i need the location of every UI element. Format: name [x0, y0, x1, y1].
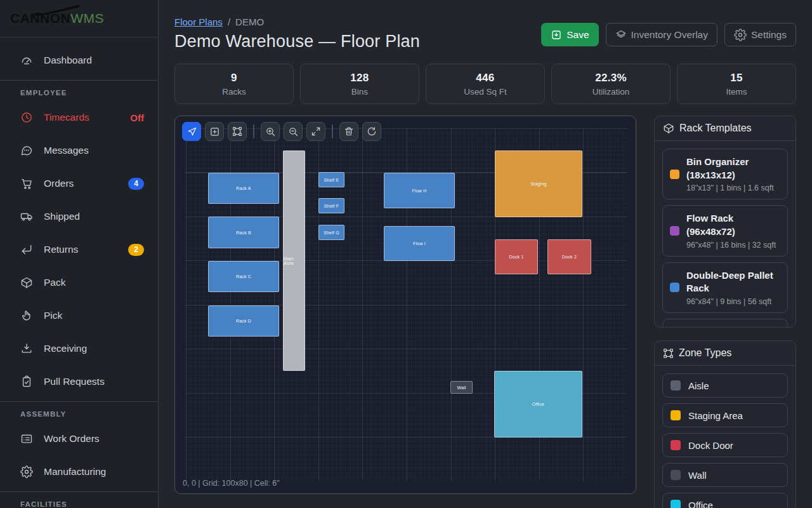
rack-templates-panel: Rack Templates Bin Organizer (18x13x12) …	[654, 116, 796, 328]
floor-element-label: Rack C	[236, 274, 251, 279]
app-window: CANNONWMS DashboardEMPLOYEE TimecardsOff…	[0, 0, 812, 508]
floor-element-rack-a[interactable]: Rack A	[208, 173, 279, 204]
sidebar-item-label: Shipped	[44, 211, 80, 222]
template-item-flow-rack-96x48x72[interactable]: Flow Rack (96x48x72) 96"x48" | 16 bins |…	[662, 205, 788, 256]
sidebar-item-label: Pick	[44, 310, 62, 321]
floor-element-shelf-f[interactable]: Shelf F	[318, 198, 344, 213]
stat-value: 9	[231, 72, 237, 84]
floor-element-dock-2[interactable]: Dock 2	[547, 239, 591, 274]
template-color-swatch	[670, 283, 679, 292]
sidebar-item-shipped[interactable]: Shipped	[0, 200, 158, 233]
stat-card-utilization: 22.3% Utilization	[551, 64, 671, 104]
add-tool-button[interactable]	[205, 122, 224, 141]
sidebar-item-returns[interactable]: Returns2	[0, 233, 158, 266]
sidebar-nav: DashboardEMPLOYEE TimecardsOff Messages …	[0, 37, 158, 508]
sidebar-item-pack[interactable]: Pack	[0, 266, 158, 299]
cannon-logo-icon	[33, 5, 82, 17]
sidebar-item-receiving[interactable]: Receiving	[0, 332, 158, 365]
template-info: Flow Rack (96x48x72) 96"x48" | 16 bins |…	[686, 212, 780, 249]
settings-button[interactable]: Settings	[724, 23, 796, 46]
inventory-overlay-button[interactable]: Inventory Overlay	[606, 23, 717, 46]
floor-element-label: Rack D	[236, 319, 251, 323]
floor-element-rack-b[interactable]: Rack B	[208, 217, 279, 248]
zone-types-list: Aisle Staging Area Dock Door Wall Office	[655, 366, 796, 508]
zone-label: Staging Area	[688, 410, 743, 421]
floor-element-office[interactable]: Office	[494, 371, 582, 438]
floor-element-staging[interactable]: Staging	[495, 150, 582, 217]
sidebar-item-label: Messages	[44, 145, 89, 156]
sidebar-item-manufacturing[interactable]: Manufacturing	[0, 455, 158, 488]
sidebar-item-pull-requests[interactable]: Pull Requests	[0, 365, 158, 398]
stat-card-racks: 9 Racks	[174, 64, 294, 104]
sidebar-item-messages[interactable]: Messages	[0, 134, 158, 167]
return-icon	[20, 243, 33, 256]
template-item-standard-pallet-rack[interactable]: Standard Pallet Rack 96"x42" | 9 bins | …	[662, 319, 788, 328]
template-specs: 18"x13" | 1 bins | 1.6 sqft	[686, 184, 780, 192]
template-info: Standard Pallet Rack 96"x42" | 9 bins | …	[686, 326, 780, 328]
zoom-in-button[interactable]	[261, 122, 280, 141]
zone-item-staging-area[interactable]: Staging Area	[662, 403, 788, 427]
zone-item-wall[interactable]: Wall	[662, 463, 788, 487]
zone-item-dock-door[interactable]: Dock Door	[662, 433, 788, 457]
sidebar-item-label: Timecards	[44, 112, 89, 123]
breadcrumb: Floor Plans / DEMO	[174, 17, 420, 27]
floor-plan-grid[interactable]: Rack ARack BRack CRack DMain AisleShelf …	[186, 128, 627, 481]
rotate-button[interactable]	[362, 122, 381, 141]
transform-tool-button[interactable]	[228, 122, 247, 141]
floor-element-label: Main Aisle	[284, 257, 304, 265]
zone-label: Dock Door	[688, 440, 733, 451]
floor-element-wall[interactable]: Wall	[450, 381, 473, 394]
template-item-bin-organizer-18x13x12[interactable]: Bin Organizer (18x13x12) 18"x13" | 1 bin…	[662, 149, 788, 199]
sidebar-item-dashboard[interactable]: Dashboard	[0, 44, 158, 77]
breadcrumb-link-floor-plans[interactable]: Floor Plans	[174, 17, 223, 27]
sidebar-item-work-orders[interactable]: Work Orders	[0, 422, 158, 455]
zoom-out-button[interactable]	[284, 122, 303, 141]
main-content: Floor Plans / DEMO Demo Warehouse — Floo…	[159, 0, 812, 508]
plus-square-icon	[209, 126, 220, 137]
box-icon	[20, 276, 33, 289]
delete-button[interactable]	[339, 122, 358, 141]
template-title: Standard Pallet Rack	[686, 326, 780, 328]
sidebar-item-label: Work Orders	[44, 433, 100, 444]
sidebar-item-orders[interactable]: Orders4	[0, 167, 158, 200]
stat-card-bins: 128 Bins	[300, 64, 419, 104]
sidebar-item-pick[interactable]: Pick	[0, 299, 158, 332]
zone-select-icon	[663, 348, 674, 359]
badge-orders: 4	[128, 178, 144, 190]
sidebar-item-label: Dashboard	[44, 55, 92, 66]
sidebar-item-timecards[interactable]: TimecardsOff	[0, 101, 158, 134]
floor-element-shelf-e[interactable]: Shelf E	[318, 172, 344, 187]
floor-element-flow-h[interactable]: Flow H	[384, 173, 455, 208]
zone-item-aisle[interactable]: Aisle	[662, 373, 788, 398]
floor-element-dock-1[interactable]: Dock 1	[495, 239, 538, 274]
stat-label: Racks	[222, 87, 246, 97]
template-item-double-deep-pallet-rack[interactable]: Double-Deep Pallet Rack 96"x84" | 9 bins…	[662, 262, 788, 313]
fit-view-button[interactable]	[306, 122, 325, 141]
zone-color-swatch	[671, 380, 681, 391]
floor-element-flow-i[interactable]: Flow I	[384, 226, 455, 261]
floor-element-rack-d[interactable]: Rack D	[208, 305, 279, 337]
stat-label: Utilization	[593, 87, 630, 97]
sidebar-item-label: Returns	[44, 244, 78, 255]
floor-element-label: Flow H	[412, 189, 427, 193]
template-info: Bin Organizer (18x13x12) 18"x13" | 1 bin…	[686, 156, 780, 192]
floor-element-label: Office	[532, 402, 544, 406]
floor-element-label: Staging	[530, 182, 546, 186]
floor-element-label: Shelf E	[324, 178, 339, 182]
floor-element-shelf-g[interactable]: Shelf G	[318, 225, 344, 240]
cart-icon	[20, 177, 33, 190]
select-tool-button[interactable]	[182, 122, 201, 141]
brand-logo[interactable]: CANNONWMS	[0, 0, 158, 37]
floor-element-label: Dock 2	[562, 255, 577, 259]
floor-plan-canvas[interactable]: Rack ARack BRack CRack DMain AisleShelf …	[174, 116, 636, 494]
rack-templates-header: Rack Templates	[655, 116, 796, 141]
zone-item-office[interactable]: Office	[662, 493, 788, 508]
floor-element-rack-c[interactable]: Rack C	[208, 261, 279, 292]
cursor-icon	[187, 126, 197, 137]
sidebar-item-label: Pull Requests	[44, 376, 105, 387]
header-titles: Floor Plans / DEMO Demo Warehouse — Floo…	[174, 17, 420, 51]
floor-element-label: Rack A	[236, 186, 251, 190]
zone-color-swatch	[671, 470, 681, 480]
floor-element-main-aisle[interactable]: Main Aisle	[283, 150, 305, 371]
save-button[interactable]: Save	[541, 23, 598, 46]
